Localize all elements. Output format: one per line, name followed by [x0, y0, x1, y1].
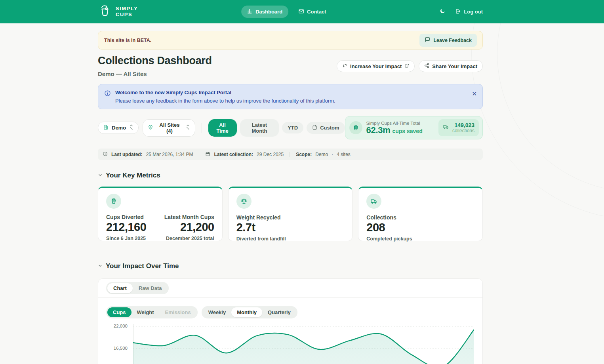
metric-tab-cups[interactable]: Cups: [107, 307, 131, 317]
page-title: Collections Dashboard: [98, 55, 212, 67]
leave-feedback-button[interactable]: Leave Feedback: [419, 34, 477, 47]
updown-chevrons-icon: [186, 124, 190, 131]
chevron-down-icon: [98, 172, 103, 179]
alltime-unit: cups saved: [392, 128, 422, 134]
alltime-collections-label: collections: [452, 128, 474, 133]
metric-tab-weight[interactable]: Weight: [131, 307, 160, 317]
page-subtitle: Demo — All Sites: [98, 71, 212, 77]
share-impact-button[interactable]: Share Your Impact: [419, 60, 483, 72]
impact-section-title: Your Impact Over Time: [106, 262, 179, 270]
welcome-banner: Welcome to the new Simply Cups Impact Po…: [98, 84, 483, 109]
divider: [199, 152, 199, 157]
background-decor-circle: [471, 0, 604, 220]
app-header: SIMPLY CUPS Dashboard Contact: [0, 0, 604, 23]
org-select[interactable]: Demo: [98, 122, 139, 134]
scope-label: Scope:: [296, 152, 312, 157]
clock-icon: [103, 151, 108, 158]
building-icon: [103, 124, 109, 131]
metric-label: Latest Month Cups: [164, 214, 214, 220]
truck-icon: [443, 124, 449, 131]
main-content: This site is in BETA. Leave Feedback Col…: [98, 23, 483, 364]
collections-card: Collections 208 Completed pickups: [358, 187, 483, 241]
granularity-tab-monthly[interactable]: Monthly: [231, 307, 262, 317]
dark-mode-toggle[interactable]: [439, 8, 446, 15]
impact-over-time-card: Chart Raw Data Cups Weight Emissions Wee…: [98, 278, 483, 364]
y-axis-tick: 22,000: [106, 324, 128, 328]
alltime-total-card: Simply Cups All-Time Total 62.3mcups sav…: [345, 116, 483, 139]
alltime-collections-box: 149,023 collections: [438, 119, 479, 137]
close-icon[interactable]: ✕: [472, 91, 477, 97]
impact-section-toggle[interactable]: Your Impact Over Time: [98, 262, 483, 270]
map-pin-icon: [148, 124, 153, 131]
metric-value: 212,160: [106, 221, 146, 234]
calendar-icon: [312, 125, 317, 131]
metric-toggle-group: Cups Weight Emissions: [106, 306, 198, 318]
beta-message: This site is in BETA.: [104, 38, 151, 43]
welcome-title: Welcome to the new Simply Cups Impact Po…: [115, 90, 335, 95]
metrics-section-title: Your Key Metrics: [106, 172, 160, 179]
moon-icon: [439, 8, 446, 15]
alltime-value: 62.3m: [366, 125, 391, 135]
metric-sublabel: December 2025 total: [164, 236, 214, 241]
cup-logo-icon: [98, 4, 112, 20]
nav-dashboard[interactable]: Dashboard: [241, 6, 288, 18]
external-link-icon: [404, 63, 409, 69]
metric-tab-emissions[interactable]: Emissions: [160, 307, 196, 317]
share-icon: [424, 63, 429, 69]
nav-contact[interactable]: Contact: [292, 6, 332, 18]
chevron-down-icon: [98, 263, 103, 270]
scope-value: Demo: [315, 152, 328, 157]
metric-label: Weight Recycled: [236, 214, 345, 221]
granularity-tab-quarterly[interactable]: Quarterly: [262, 307, 296, 317]
metric-value: 208: [366, 221, 474, 234]
metric-sublabel: Diverted from landfill: [236, 236, 345, 242]
sites-select-value: All Sites (4): [156, 122, 183, 134]
scope-separator: ·: [332, 152, 333, 157]
divider: [202, 123, 202, 133]
welcome-body: Please leave any feedback in the form ab…: [115, 98, 335, 104]
metric-value: 21,200: [164, 221, 214, 234]
sites-select[interactable]: All Sites (4): [143, 119, 195, 137]
logout-icon: [455, 8, 461, 15]
logout-button[interactable]: Log out: [455, 8, 483, 15]
metric-label: Collections: [366, 214, 474, 221]
main-nav: Dashboard Contact: [241, 6, 332, 18]
last-updated-value: 25 Mar 2026, 1:34 PM: [146, 152, 193, 157]
range-custom-label: Custom: [320, 125, 339, 131]
y-axis-tick: 16,500: [106, 346, 128, 351]
range-custom[interactable]: Custom: [307, 122, 345, 134]
metrics-section-toggle[interactable]: Your Key Metrics: [98, 172, 483, 179]
increase-impact-label: Increase Your Impact: [350, 63, 402, 69]
cups-diverted-card: Cups Diverted 212,160 Since 6 Jan 2025 L…: [98, 187, 223, 241]
brand-logo[interactable]: SIMPLY CUPS: [98, 4, 138, 20]
chart-rawdata-tabs: Chart Raw Data: [106, 282, 169, 294]
tab-chart[interactable]: Chart: [107, 283, 133, 293]
metric-label: Cups Diverted: [106, 214, 146, 220]
metric-value: 2.7t: [236, 221, 345, 234]
calendar-icon: [205, 151, 210, 158]
granularity-tab-weekly[interactable]: Weekly: [203, 307, 232, 317]
latest-collection-value: 29 Dec 2025: [257, 152, 284, 157]
bar-chart-icon: [247, 8, 253, 15]
status-bar: Last updated: 25 Mar 2026, 1:34 PM Lates…: [98, 149, 483, 160]
impact-chart[interactable]: 22,00016,50011,000: [106, 322, 474, 364]
scope-sites: 4 sites: [337, 152, 351, 157]
nav-dashboard-label: Dashboard: [255, 9, 282, 15]
updown-chevrons-icon: [129, 124, 133, 131]
increase-impact-button[interactable]: Increase Your Impact: [337, 60, 415, 72]
recycle-icon: [342, 63, 347, 69]
brand-line1: SIMPLY: [116, 6, 138, 12]
cup-icon: [106, 194, 121, 209]
brand-line2: CUPS: [116, 12, 138, 18]
metric-sublabel: Since 6 Jan 2025: [106, 236, 146, 241]
granularity-toggle-group: Weekly Monthly Quarterly: [202, 306, 297, 318]
envelope-icon: [298, 8, 304, 15]
range-latest-month[interactable]: Latest Month: [240, 119, 279, 137]
divider: [290, 152, 290, 157]
tab-raw-data[interactable]: Raw Data: [133, 283, 168, 293]
date-range-group: All Time Latest Month YTD Custom: [208, 119, 345, 137]
impact-chart-canvas[interactable]: [133, 322, 474, 364]
range-all-time[interactable]: All Time: [208, 119, 237, 137]
range-ytd[interactable]: YTD: [282, 122, 303, 133]
share-impact-label: Share Your Impact: [432, 63, 477, 69]
